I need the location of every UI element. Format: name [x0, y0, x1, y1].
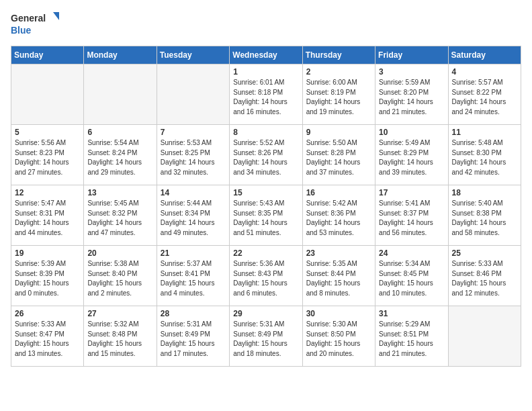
col-header-monday: Monday	[84, 46, 157, 64]
calendar-cell: 8Sunrise: 5:52 AM Sunset: 8:26 PM Daylig…	[230, 125, 302, 185]
calendar-cell: 15Sunrise: 5:43 AM Sunset: 8:35 PM Dayli…	[230, 185, 302, 246]
day-number: 29	[233, 309, 298, 318]
col-header-saturday: Saturday	[448, 46, 521, 64]
week-row-2: 5Sunrise: 5:56 AM Sunset: 8:23 PM Daylig…	[11, 125, 521, 185]
col-header-tuesday: Tuesday	[157, 46, 229, 64]
day-number: 17	[379, 188, 444, 197]
calendar-cell: 7Sunrise: 5:53 AM Sunset: 8:25 PM Daylig…	[157, 125, 229, 185]
day-number: 18	[452, 188, 517, 197]
calendar-cell: 14Sunrise: 5:44 AM Sunset: 8:34 PM Dayli…	[157, 185, 229, 246]
day-number: 16	[306, 188, 371, 197]
calendar-table: SundayMondayTuesdayWednesdayThursdayFrid…	[11, 46, 521, 367]
day-number: 10	[379, 128, 444, 137]
calendar-cell: 25Sunrise: 5:33 AM Sunset: 8:46 PM Dayli…	[448, 246, 521, 306]
calendar-cell: 31Sunrise: 5:29 AM Sunset: 8:51 PM Dayli…	[375, 306, 448, 367]
cell-content: Sunrise: 5:54 AM Sunset: 8:24 PM Dayligh…	[87, 138, 152, 177]
cell-content: Sunrise: 5:53 AM Sunset: 8:25 PM Dayligh…	[161, 138, 226, 177]
week-row-4: 19Sunrise: 5:39 AM Sunset: 8:39 PM Dayli…	[11, 246, 521, 306]
calendar-cell: 17Sunrise: 5:41 AM Sunset: 8:37 PM Dayli…	[375, 185, 448, 246]
cell-content: Sunrise: 5:38 AM Sunset: 8:40 PM Dayligh…	[87, 259, 152, 298]
day-number: 4	[452, 67, 517, 77]
cell-content: Sunrise: 5:41 AM Sunset: 8:37 PM Dayligh…	[379, 199, 444, 238]
day-number: 13	[87, 188, 152, 197]
day-number: 24	[379, 248, 444, 258]
calendar-cell: 1Sunrise: 6:01 AM Sunset: 8:18 PM Daylig…	[230, 64, 302, 125]
week-row-1: 1Sunrise: 6:01 AM Sunset: 8:18 PM Daylig…	[11, 64, 521, 125]
page-header: GeneralBlue	[11, 11, 521, 38]
calendar-cell: 19Sunrise: 5:39 AM Sunset: 8:39 PM Dayli…	[11, 246, 84, 306]
cell-content: Sunrise: 5:40 AM Sunset: 8:38 PM Dayligh…	[452, 199, 517, 238]
col-header-wednesday: Wednesday	[230, 46, 302, 64]
day-number: 7	[161, 128, 226, 137]
calendar-cell: 24Sunrise: 5:34 AM Sunset: 8:45 PM Dayli…	[375, 246, 448, 306]
calendar-cell: 26Sunrise: 5:33 AM Sunset: 8:47 PM Dayli…	[11, 306, 84, 367]
col-header-sunday: Sunday	[11, 46, 84, 64]
day-number: 22	[233, 248, 298, 258]
calendar-cell: 3Sunrise: 5:59 AM Sunset: 8:20 PM Daylig…	[375, 64, 448, 125]
cell-content: Sunrise: 5:52 AM Sunset: 8:26 PM Dayligh…	[233, 138, 298, 177]
calendar-cell: 6Sunrise: 5:54 AM Sunset: 8:24 PM Daylig…	[84, 125, 157, 185]
calendar-cell	[84, 64, 157, 125]
col-header-thursday: Thursday	[302, 46, 375, 64]
calendar-cell: 9Sunrise: 5:50 AM Sunset: 8:28 PM Daylig…	[302, 125, 375, 185]
cell-content: Sunrise: 5:49 AM Sunset: 8:29 PM Dayligh…	[379, 138, 444, 177]
svg-text:Blue: Blue	[11, 25, 32, 36]
calendar-cell: 30Sunrise: 5:30 AM Sunset: 8:50 PM Dayli…	[302, 306, 375, 367]
cell-content: Sunrise: 6:01 AM Sunset: 8:18 PM Dayligh…	[233, 78, 298, 117]
calendar-cell	[11, 64, 84, 125]
day-number: 2	[306, 67, 371, 77]
cell-content: Sunrise: 5:39 AM Sunset: 8:39 PM Dayligh…	[15, 259, 80, 298]
calendar-cell: 13Sunrise: 5:45 AM Sunset: 8:32 PM Dayli…	[84, 185, 157, 246]
day-number: 12	[15, 188, 80, 197]
calendar-cell	[448, 306, 521, 367]
cell-content: Sunrise: 5:57 AM Sunset: 8:22 PM Dayligh…	[452, 78, 517, 117]
calendar-cell: 11Sunrise: 5:48 AM Sunset: 8:30 PM Dayli…	[448, 125, 521, 185]
cell-content: Sunrise: 5:48 AM Sunset: 8:30 PM Dayligh…	[452, 138, 517, 177]
day-number: 1	[233, 67, 298, 77]
day-number: 6	[87, 128, 152, 137]
header-row: SundayMondayTuesdayWednesdayThursdayFrid…	[11, 46, 521, 64]
cell-content: Sunrise: 5:35 AM Sunset: 8:44 PM Dayligh…	[306, 259, 371, 298]
calendar-cell: 2Sunrise: 6:00 AM Sunset: 8:19 PM Daylig…	[302, 64, 375, 125]
calendar-cell: 28Sunrise: 5:31 AM Sunset: 8:49 PM Dayli…	[157, 306, 229, 367]
col-header-friday: Friday	[375, 46, 448, 64]
day-number: 28	[161, 309, 226, 318]
cell-content: Sunrise: 5:33 AM Sunset: 8:47 PM Dayligh…	[15, 320, 80, 359]
svg-marker-1	[53, 12, 59, 20]
day-number: 26	[15, 309, 80, 318]
logo: GeneralBlue	[11, 11, 64, 38]
cell-content: Sunrise: 6:00 AM Sunset: 8:19 PM Dayligh…	[306, 78, 371, 117]
day-number: 27	[87, 309, 152, 318]
day-number: 3	[379, 67, 444, 77]
cell-content: Sunrise: 5:30 AM Sunset: 8:50 PM Dayligh…	[306, 320, 371, 359]
day-number: 19	[15, 248, 80, 258]
calendar-cell: 29Sunrise: 5:31 AM Sunset: 8:49 PM Dayli…	[230, 306, 302, 367]
cell-content: Sunrise: 5:56 AM Sunset: 8:23 PM Dayligh…	[15, 138, 80, 177]
day-number: 15	[233, 188, 298, 197]
day-number: 5	[15, 128, 80, 137]
calendar-cell: 4Sunrise: 5:57 AM Sunset: 8:22 PM Daylig…	[448, 64, 521, 125]
cell-content: Sunrise: 5:29 AM Sunset: 8:51 PM Dayligh…	[379, 320, 444, 359]
cell-content: Sunrise: 5:36 AM Sunset: 8:43 PM Dayligh…	[233, 259, 298, 298]
day-number: 11	[452, 128, 517, 137]
cell-content: Sunrise: 5:59 AM Sunset: 8:20 PM Dayligh…	[379, 78, 444, 117]
calendar-cell: 20Sunrise: 5:38 AM Sunset: 8:40 PM Dayli…	[84, 246, 157, 306]
calendar-cell: 10Sunrise: 5:49 AM Sunset: 8:29 PM Dayli…	[375, 125, 448, 185]
cell-content: Sunrise: 5:32 AM Sunset: 8:48 PM Dayligh…	[87, 320, 152, 359]
cell-content: Sunrise: 5:33 AM Sunset: 8:46 PM Dayligh…	[452, 259, 517, 298]
day-number: 31	[379, 309, 444, 318]
week-row-5: 26Sunrise: 5:33 AM Sunset: 8:47 PM Dayli…	[11, 306, 521, 367]
svg-text:General: General	[11, 13, 46, 24]
cell-content: Sunrise: 5:44 AM Sunset: 8:34 PM Dayligh…	[161, 199, 226, 238]
cell-content: Sunrise: 5:42 AM Sunset: 8:36 PM Dayligh…	[306, 199, 371, 238]
calendar-cell: 12Sunrise: 5:47 AM Sunset: 8:31 PM Dayli…	[11, 185, 84, 246]
cell-content: Sunrise: 5:34 AM Sunset: 8:45 PM Dayligh…	[379, 259, 444, 298]
day-number: 23	[306, 248, 371, 258]
day-number: 9	[306, 128, 371, 137]
cell-content: Sunrise: 5:31 AM Sunset: 8:49 PM Dayligh…	[233, 320, 298, 359]
cell-content: Sunrise: 5:43 AM Sunset: 8:35 PM Dayligh…	[233, 199, 298, 238]
calendar-cell	[157, 64, 229, 125]
cell-content: Sunrise: 5:31 AM Sunset: 8:49 PM Dayligh…	[161, 320, 226, 359]
calendar-cell: 23Sunrise: 5:35 AM Sunset: 8:44 PM Dayli…	[302, 246, 375, 306]
cell-content: Sunrise: 5:45 AM Sunset: 8:32 PM Dayligh…	[87, 199, 152, 238]
